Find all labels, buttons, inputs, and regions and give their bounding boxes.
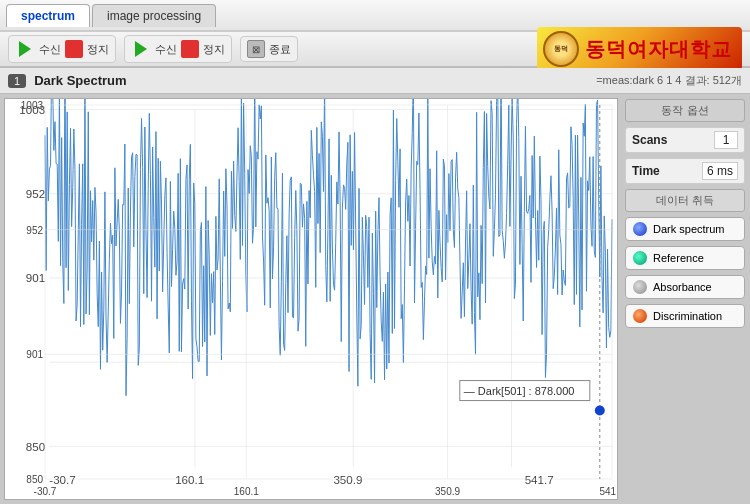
right-panel: 동작 옵션 Scans 1 Time 6 ms 데이터 취득 Dark spec… [622,94,750,504]
discrimination-button[interactable]: Discrimination [625,304,745,328]
absorbance-button[interactable]: Absorbance [625,275,745,299]
play-button-1[interactable] [15,39,35,59]
discrimination-dot [633,309,647,323]
stop-button-1[interactable] [65,40,83,58]
scans-label: Scans [632,133,667,147]
absorbance-label: Absorbance [653,281,712,293]
subheader-title: Dark Spectrum [34,73,596,88]
time-label: Time [632,164,660,178]
tab-image-processing[interactable]: image processing [92,4,216,27]
play-label-1: 수신 [39,42,61,57]
toolbar-group-2: 수신 정지 [124,35,232,63]
reference-button[interactable]: Reference [625,246,745,270]
exit-icon: ⊠ [247,40,265,58]
dark-spectrum-label: Dark spectrum [653,223,725,235]
subheader-number: 1 [8,74,26,88]
toolbar-row: 수신 정지 수신 정지 ⊠ 종료 동덕 동덕여자대학교 [0,32,750,68]
stop-label-2: 정지 [203,42,225,57]
toolbar-group-1: 수신 정지 [8,35,116,63]
stop-button-2[interactable] [181,40,199,58]
reference-label: Reference [653,252,704,264]
tab-spectrum[interactable]: spectrum [6,4,90,27]
waveform-canvas [5,99,617,499]
dark-spectrum-button[interactable]: Dark spectrum [625,217,745,241]
discrimination-label: Discrimination [653,310,722,322]
time-row: Time 6 ms [625,158,745,184]
motion-options-label: 동작 옵션 [625,99,745,122]
scans-row: Scans 1 [625,127,745,153]
data-acquire-button[interactable]: 데이터 취득 [625,189,745,212]
main-content: 1003 952 901 850 -30.7 160.1 350.9 541.7… [0,94,750,504]
play-label-2: 수신 [155,42,177,57]
exit-label: 종료 [269,42,291,57]
logo: 동덕 동덕여자대학교 [537,27,742,71]
time-value: 6 ms [702,162,738,180]
toolbar-group-exit[interactable]: ⊠ 종료 [240,36,298,62]
subheader-info: =meas:dark 6 1 4 결과: 512개 [596,73,742,88]
scans-value: 1 [714,131,738,149]
reference-dot [633,251,647,265]
play-button-2[interactable] [131,39,151,59]
subheader: 1 Dark Spectrum =meas:dark 6 1 4 결과: 512… [0,68,750,94]
logo-text: 동덕여자대학교 [585,36,732,63]
stop-label-1: 정지 [87,42,109,57]
logo-emblem: 동덕 [543,31,579,67]
dark-spectrum-dot [633,222,647,236]
chart-area[interactable]: 1003 952 901 850 -30.7 160.1 350.9 541.7… [4,98,618,500]
absorbance-dot [633,280,647,294]
